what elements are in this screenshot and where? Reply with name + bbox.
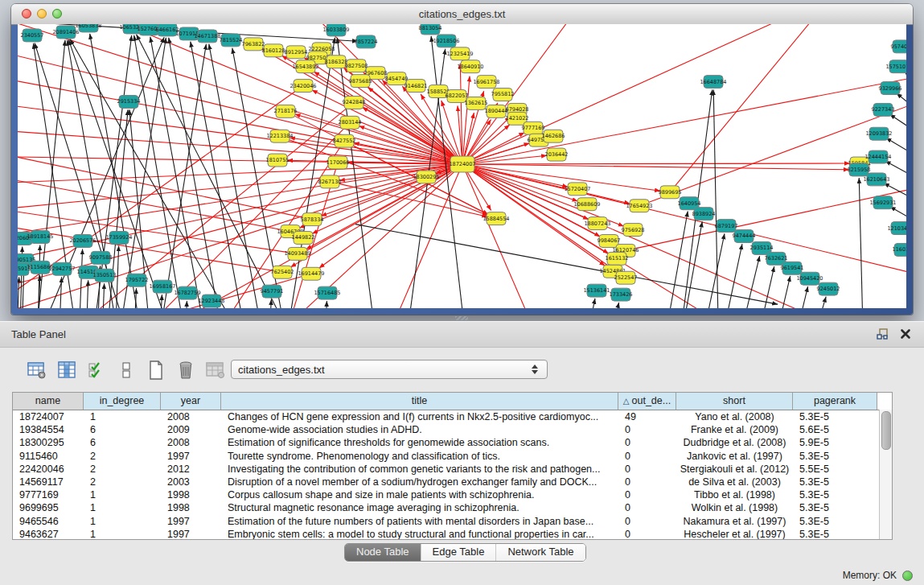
table-cell[interactable]: 1997 <box>161 528 221 540</box>
table-cell[interactable]: 2008 <box>161 436 221 449</box>
table-cell[interactable]: Tourette syndrome. Phenomenology and cla… <box>221 450 618 463</box>
graph-node[interactable]: 15751074 <box>885 60 906 73</box>
table-cell[interactable]: 18300295 <box>13 436 84 449</box>
window-titlebar[interactable]: citations_edges.txt <box>11 4 913 25</box>
graph-node[interactable]: 1733426 <box>610 288 633 301</box>
table-cell[interactable]: 2003 <box>161 476 221 488</box>
graph-node[interactable]: 9245012 <box>817 282 840 295</box>
graph-node[interactable]: 1462686 <box>542 130 565 142</box>
table-cell[interactable]: de Silva et al. (2003) <box>676 476 793 488</box>
table-cell[interactable]: 2 <box>84 450 161 463</box>
memory-ok-indicator[interactable] <box>902 571 913 581</box>
select-all-icon[interactable] <box>85 359 108 381</box>
table-cell[interactable]: 0 <box>618 488 676 501</box>
graph-node[interactable]: 18300295 <box>413 171 439 183</box>
table-cell[interactable]: Estimation of the future numbers of pati… <box>221 515 618 528</box>
graph-node[interactable]: 15692931 <box>869 196 896 209</box>
table-cell[interactable]: Genome-wide association studies in ADHD. <box>221 423 618 436</box>
graph-node[interactable]: 8813054 <box>419 24 442 35</box>
graph-node[interactable]: 16648784 <box>700 76 726 89</box>
table-cell[interactable]: Structural magnetic resonance image aver… <box>221 501 618 514</box>
table-cell[interactable]: 5.3E-5 <box>793 528 877 540</box>
graph-node[interactable]: 16543892 <box>292 60 318 73</box>
scrollbar-thumb[interactable] <box>881 411 891 450</box>
table-cell[interactable]: 5.3E-5 <box>793 488 877 501</box>
table-cell[interactable]: Embryonic stem cells: a model to study s… <box>221 528 618 540</box>
graph-node[interactable]: 1449822 <box>292 232 315 245</box>
graph-node[interactable]: 16961758 <box>473 76 499 89</box>
row-controls-icon[interactable] <box>115 359 138 381</box>
table-cell[interactable]: 2 <box>84 476 161 488</box>
graph-node[interactable]: 9457791 <box>261 285 284 298</box>
graph-node[interactable]: 7955812 <box>491 89 515 101</box>
table-cell[interactable]: 0 <box>618 463 676 476</box>
graph-node[interactable]: 15884554 <box>483 212 509 225</box>
graph-node[interactable]: 1810755 <box>266 154 290 167</box>
table-cell[interactable]: Hescheler et al. (1997) <box>676 528 793 540</box>
splitter-grip[interactable] <box>455 316 468 320</box>
table-cell[interactable]: 1 <box>84 528 161 540</box>
column-header-out_de[interactable]: △out_de... <box>618 393 676 410</box>
graph-node[interactable]: 1170066 <box>326 156 350 169</box>
graph-node[interactable]: 8938924 <box>692 208 716 220</box>
graph-node[interactable]: 14671388 <box>194 30 220 43</box>
network-canvas[interactable]: 1872400779638228160128891295422226058982… <box>18 24 906 308</box>
column-header-short[interactable]: short <box>676 393 793 410</box>
table-cell[interactable]: 6 <box>84 423 161 436</box>
graph-node[interactable]: 1795722 <box>125 274 149 286</box>
graph-node[interactable]: 19218506 <box>433 35 459 47</box>
table-selector-dropdown[interactable]: citations_edges.txt <box>231 360 548 379</box>
table-cell[interactable]: Disruption of a novel member of a sodium… <box>221 476 618 488</box>
graph-node[interactable]: 12093832 <box>865 127 892 140</box>
table-cell[interactable]: 2008 <box>161 410 221 423</box>
tab-node-table[interactable]: Node Table <box>345 544 421 561</box>
table-cell[interactable]: 9115460 <box>13 450 84 463</box>
table-cell[interactable]: Tibbo et al. (1998) <box>676 488 793 501</box>
graph-node[interactable]: 1890444 <box>485 105 508 117</box>
graph-node[interactable]: 9474444 <box>733 230 756 243</box>
table-cell[interactable]: 14569117 <box>13 476 84 488</box>
table-cell[interactable]: 2 <box>84 463 161 476</box>
graph-node[interactable]: 9146821 <box>405 80 428 93</box>
graph-node[interactable]: 9329966 <box>879 82 902 95</box>
table-cell[interactable]: Investigating the contribution of common… <box>221 463 618 476</box>
graph-node[interactable]: 7625402 <box>271 266 294 278</box>
graph-node[interactable]: 6879197 <box>715 220 738 233</box>
table-cell[interactable]: Nakamura et al. (1997) <box>676 515 793 528</box>
graph-node[interactable]: 12942757 <box>48 262 75 275</box>
graph-node[interactable]: 1615132 <box>606 252 629 265</box>
graph-node[interactable]: 1350513 <box>93 269 117 282</box>
graph-node[interactable]: 16210643 <box>863 173 889 186</box>
graph-node[interactable]: 20206576 <box>69 235 96 248</box>
table-cell[interactable]: 5.3E-5 <box>793 476 877 488</box>
table-cell[interactable]: 9777169 <box>13 488 84 501</box>
table-cell[interactable]: 9465546 <box>13 515 84 528</box>
graph-node[interactable]: 15716485 <box>314 286 340 299</box>
table-row[interactable]: 1938455462009Genome-wide association stu… <box>13 423 892 436</box>
table-row[interactable]: 977716911998Corpus callosum shape and si… <box>13 488 892 501</box>
table-cell[interactable]: 5.3E-5 <box>793 515 877 528</box>
graph-node[interactable]: 8215958 <box>848 163 871 176</box>
table-cell[interactable]: 0 <box>618 423 676 436</box>
graph-node[interactable]: 2036442 <box>545 148 569 161</box>
table-cell[interactable]: 18724007 <box>13 410 84 423</box>
table-cell[interactable]: Changes of HCN gene expression and I(f) … <box>221 410 618 423</box>
float-panel-icon[interactable] <box>877 328 889 340</box>
table-row[interactable]: 946362711997Embryonic stem cells: a mode… <box>13 528 892 540</box>
tab-edge-table[interactable]: Edge Table <box>421 544 496 561</box>
graph-node[interactable]: 9756928 <box>622 224 645 237</box>
table-cell[interactable]: 1 <box>84 488 161 501</box>
table-row[interactable]: 1830029562008Estimation of significance … <box>13 436 892 449</box>
graph-node[interactable]: 7815524 <box>220 34 243 47</box>
table-row[interactable]: 1872400712008Changes of HCN gene express… <box>13 410 892 423</box>
graph-node[interactable]: 2522547 <box>614 271 638 284</box>
graph-node[interactable]: 9574062 <box>891 40 906 53</box>
table-cell[interactable]: Jankovic et al. (1997) <box>676 450 793 463</box>
table-cell[interactable]: 0 <box>618 528 676 540</box>
table-cell[interactable]: 1 <box>84 501 161 514</box>
window-zoom-button[interactable] <box>52 9 62 19</box>
table-scrollbar[interactable] <box>879 410 892 539</box>
graph-node[interactable]: 2718176 <box>274 105 298 117</box>
graph-node[interactable]: 12444154 <box>864 150 891 163</box>
graph-node[interactable]: 15136141 <box>583 284 610 297</box>
